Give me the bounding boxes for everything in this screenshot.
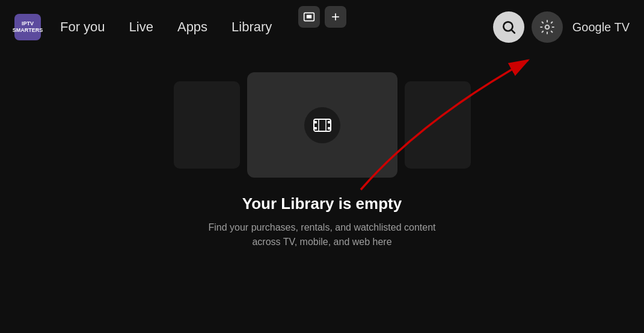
nav-apps[interactable]: Apps: [177, 17, 207, 37]
settings-button[interactable]: [532, 11, 563, 43]
svg-rect-7: [314, 119, 331, 131]
app-logo: IPTVSMARTERS: [14, 14, 41, 40]
empty-library-title: Your Library is empty: [242, 195, 402, 213]
svg-rect-8: [314, 121, 317, 123]
main-content: Your Library is empty Find your purchase…: [0, 72, 644, 249]
card-side-right: [405, 81, 471, 169]
top-center-icons: [298, 6, 346, 28]
nav-library[interactable]: Library: [232, 17, 272, 37]
film-icon: [304, 107, 340, 143]
empty-library-subtitle: Find your purchases, rentals, and watchl…: [208, 220, 437, 249]
svg-rect-11: [328, 127, 331, 129]
screenshot-button[interactable]: [298, 6, 320, 28]
film-strip: [174, 72, 471, 178]
search-button[interactable]: [493, 11, 524, 43]
nav-for-you[interactable]: For you: [60, 17, 105, 37]
svg-point-6: [545, 25, 550, 30]
expand-button[interactable]: [325, 6, 346, 28]
nav-live[interactable]: Live: [129, 17, 153, 37]
card-main: [247, 72, 397, 178]
topbar-right: Google TV: [493, 11, 630, 43]
brand-label: Google TV: [572, 20, 630, 34]
svg-rect-9: [314, 127, 317, 129]
svg-line-5: [512, 30, 515, 33]
logo-text: IPTVSMARTERS: [13, 20, 43, 34]
main-nav: For you Live Apps Library: [60, 17, 272, 37]
card-side-left: [174, 81, 240, 169]
svg-rect-1: [306, 15, 311, 19]
svg-rect-10: [328, 121, 331, 123]
